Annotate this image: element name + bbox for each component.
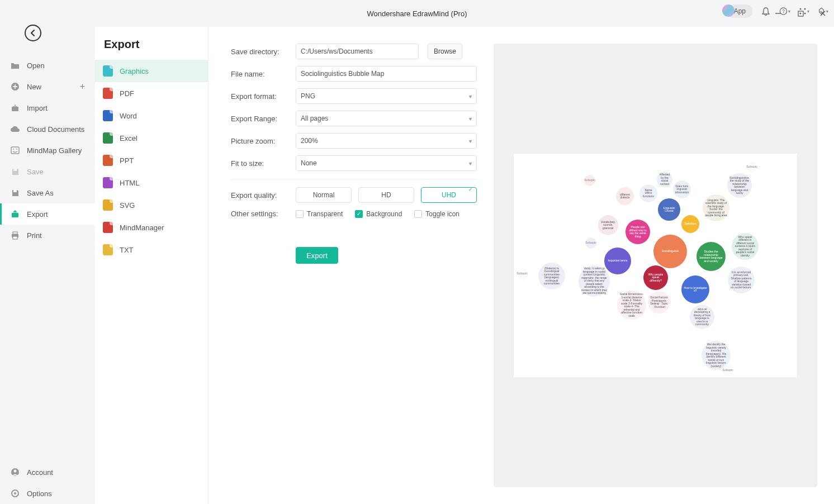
svg-text:?: ?	[782, 8, 785, 14]
format-sidebar: Export GraphicsPDFWordExcelPPTHTMLSVGMin…	[95, 27, 209, 504]
file-type-icon	[103, 65, 113, 77]
nav-export[interactable]: Export	[0, 203, 95, 225]
mindmap-bubble: Sociolinguists	[653, 235, 687, 268]
format-label: Export format:	[231, 92, 287, 101]
nav-open[interactable]: Open	[0, 55, 95, 76]
file-type-icon	[103, 199, 113, 211]
nav-options[interactable]: Options	[0, 483, 95, 504]
nav-save: Save	[0, 161, 95, 182]
mindmap-bubble: Subtopic	[516, 268, 528, 279]
file-type-icon	[103, 244, 113, 255]
export-button[interactable]: Export	[296, 247, 338, 264]
zoom-label: Picture zoom:	[231, 137, 287, 145]
format-item-html[interactable]: HTML	[95, 172, 208, 194]
format-item-excel[interactable]: Excel	[95, 127, 208, 149]
svg-point-21	[799, 8, 801, 10]
zoom-select[interactable]: 200%▾	[296, 133, 477, 149]
format-item-ppt[interactable]: PPT	[95, 149, 208, 172]
nav-save-as[interactable]: Save As	[0, 182, 95, 203]
file-type-icon	[103, 88, 113, 99]
cloud-icon	[10, 124, 20, 134]
nav-gallery[interactable]: MindMap Gallery	[0, 140, 95, 161]
range-select[interactable]: All pages▾	[296, 111, 477, 126]
save-dir-label: Save directory:	[231, 47, 287, 56]
chevron-down-icon: ▾	[469, 116, 472, 122]
nav-import[interactable]: Import	[0, 97, 95, 118]
format-item-pdf[interactable]: PDF	[95, 82, 208, 104]
gallery-icon	[10, 145, 20, 155]
nav-label: Options	[27, 489, 52, 498]
mindmap-bubble: Affected by the social context	[657, 172, 672, 187]
format-label: PDF	[120, 89, 134, 98]
format-label: PPT	[120, 156, 134, 165]
nav-account[interactable]: Account	[0, 462, 95, 483]
format-item-graphics[interactable]: Graphics	[95, 60, 208, 82]
format-item-mindmanager[interactable]: MindManager	[95, 216, 208, 239]
preview-panel: SociolinguistsLinguistic ChoiceDefinitio…	[494, 44, 817, 487]
fit-select[interactable]: None▾	[296, 155, 477, 171]
preview-canvas: SociolinguistsLinguistic ChoiceDefinitio…	[514, 154, 797, 377]
mindmap-bubble: Definition	[681, 215, 699, 233]
print-icon	[10, 230, 20, 240]
mindmap-bubble: Subtopic	[584, 175, 595, 186]
format-label: MindManager	[120, 224, 164, 232]
save-as-icon	[10, 188, 20, 198]
toggle-icon-checkbox[interactable]: Toggle icon	[414, 210, 459, 218]
nav-print[interactable]: Print	[0, 225, 95, 246]
file-type-icon	[103, 155, 113, 166]
file-name-input[interactable]	[296, 66, 477, 82]
file-type-icon	[103, 132, 113, 144]
nav-label: Cloud Documents	[27, 125, 84, 134]
format-item-word[interactable]: Word	[95, 104, 208, 127]
theme-icon[interactable]: ▾	[817, 6, 828, 17]
plus-circle-icon	[10, 82, 20, 92]
nav-label: MindMap Gallery	[27, 146, 82, 155]
mindmap-bubble: Why people speak diffrently?	[643, 265, 668, 290]
nav-label: Export	[27, 210, 48, 218]
nav-label: Account	[27, 468, 53, 477]
back-button[interactable]	[25, 25, 41, 41]
format-label: Excel	[120, 134, 138, 142]
format-label: Word	[120, 112, 137, 120]
nav-cloud[interactable]: Cloud Documents	[0, 118, 95, 140]
mindmap-bubble: It is an informal primary tool. Shallow …	[728, 267, 755, 293]
transparent-checkbox[interactable]: Transparent	[296, 210, 343, 218]
help-icon[interactable]: ? ▾	[779, 6, 790, 17]
nav-label: Save	[27, 168, 44, 176]
format-item-txt[interactable]: TXT	[95, 239, 208, 261]
svg-point-18	[14, 492, 16, 495]
quality-option-normal[interactable]: Normal	[296, 187, 352, 203]
file-type-icon	[103, 222, 113, 233]
format-label: TXT	[120, 246, 134, 254]
export-heading: Export	[95, 27, 208, 60]
add-icon[interactable]: +	[80, 82, 85, 92]
background-checkbox[interactable]: ✓Background	[355, 210, 402, 218]
nav-label: Save As	[27, 189, 54, 197]
user-avatar[interactable]	[722, 4, 735, 17]
file-type-icon	[103, 110, 113, 121]
folder-icon	[10, 60, 20, 70]
nav-label: Open	[27, 61, 45, 70]
nav-new[interactable]: New +	[0, 76, 95, 97]
quality-option-hd[interactable]: HD	[358, 187, 414, 203]
grid-icon[interactable]: ▾	[798, 6, 809, 17]
save-icon	[10, 167, 20, 177]
mindmap-bubble: Same diffrnt functions	[639, 184, 657, 202]
chevron-down-icon: ▾	[469, 93, 472, 99]
format-item-svg[interactable]: SVG	[95, 194, 208, 216]
svg-point-24	[804, 13, 805, 15]
bell-icon[interactable]	[760, 6, 771, 17]
mindmap-bubble: Important terms	[604, 248, 631, 274]
export-form: Save directory: Browse File name: Export…	[209, 27, 488, 504]
gear-icon	[10, 488, 20, 498]
mindmap-bubble: Subtopic	[585, 237, 596, 249]
quality-option-uhd[interactable]: UHD	[421, 187, 477, 203]
mindmap-bubble: People use diffrent way to say the same …	[626, 220, 650, 244]
browse-button[interactable]: Browse	[428, 44, 462, 59]
save-dir-input[interactable]	[296, 44, 419, 59]
mindmap-bubble: Linguists: The scientific study of the l…	[703, 194, 729, 221]
format-select[interactable]: PNG▾	[296, 88, 477, 104]
import-icon	[10, 103, 20, 113]
svg-point-16	[14, 470, 17, 473]
format-label: Graphics	[120, 67, 149, 75]
